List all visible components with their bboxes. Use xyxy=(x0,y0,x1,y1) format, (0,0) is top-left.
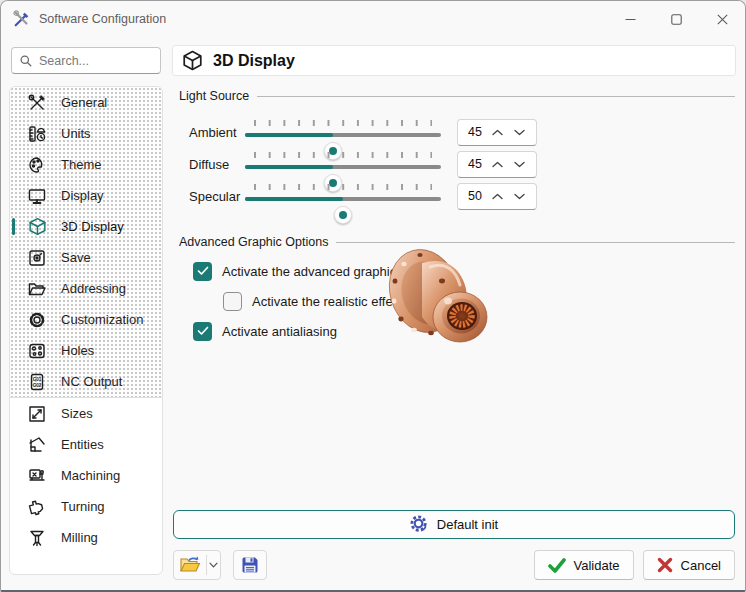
mill-tool-icon xyxy=(26,527,48,549)
lathe-part-icon xyxy=(26,496,48,518)
ambient-slider[interactable] xyxy=(245,117,441,147)
sidebar-item-label: Units xyxy=(61,126,91,141)
gear-icon xyxy=(26,309,48,331)
spin-up-icon[interactable] xyxy=(486,193,508,200)
spin-down-icon[interactable] xyxy=(508,129,530,136)
sidebar-item-machining[interactable]: Machining xyxy=(10,460,162,491)
ambient-spinbox[interactable]: 45 xyxy=(457,119,537,146)
init-gear-icon xyxy=(410,515,429,534)
sidebar-item-milling[interactable]: Milling xyxy=(10,522,162,553)
close-button[interactable] xyxy=(699,1,745,37)
checkbox-checked[interactable] xyxy=(193,322,212,341)
checkbox-row-antialiasing[interactable]: Activate antialiasing xyxy=(193,319,337,343)
sidebar-item-customization[interactable]: Customization xyxy=(10,304,162,335)
section-label: Light Source xyxy=(179,89,249,103)
sidebar-item-label: Milling xyxy=(61,530,98,545)
main-panel: 3D Display Light Source Ambient 45 Diffu… xyxy=(172,45,736,585)
slider-track[interactable] xyxy=(245,197,441,201)
sidebar-item-holes[interactable]: Holes xyxy=(10,335,162,366)
panel-header: 3D Display xyxy=(172,45,736,76)
section-rule xyxy=(257,96,735,97)
spin-up-icon[interactable] xyxy=(486,161,508,168)
machine-icon xyxy=(26,465,48,487)
palette-icon xyxy=(26,154,48,176)
sidebar-item-save[interactable]: Save xyxy=(10,242,162,273)
sidebar-item-label: NC Output xyxy=(61,374,122,389)
floppy-icon xyxy=(240,555,260,575)
slider-ticks xyxy=(254,152,432,158)
slider-ticks xyxy=(254,184,432,190)
sidebar-item-label: Theme xyxy=(61,157,101,172)
specular-slider[interactable] xyxy=(245,181,441,211)
checkbox-label: Activate antialiasing xyxy=(222,324,337,339)
sidebar-item-label: Addressing xyxy=(61,281,126,296)
monitor-icon xyxy=(26,185,48,207)
checkbox-label: Activate the advanced graphics xyxy=(222,264,403,279)
spin-down-icon[interactable] xyxy=(508,193,530,200)
checkbox-checked[interactable] xyxy=(193,262,212,281)
open-dropdown-chevron-icon[interactable] xyxy=(206,555,220,575)
diffuse-spinbox[interactable]: 45 xyxy=(457,151,537,178)
open-folder-icon[interactable] xyxy=(174,555,206,575)
holes-plate-icon xyxy=(26,340,48,362)
maximize-button[interactable] xyxy=(653,1,699,37)
window-title: Software Configuration xyxy=(39,12,166,26)
slider-label: Specular xyxy=(189,189,245,204)
spin-down-icon[interactable] xyxy=(508,161,530,168)
sidebar-item-display[interactable]: Display xyxy=(10,180,162,211)
slider-track[interactable] xyxy=(245,133,441,137)
slider-ticks xyxy=(254,120,432,126)
slider-label: Ambient xyxy=(189,125,245,140)
diagonal-arrow-icon xyxy=(26,403,48,425)
sidebar-item-general[interactable]: General xyxy=(10,87,162,118)
checkbox-row-advanced-graphics[interactable]: Activate the advanced graphics xyxy=(193,259,403,283)
sidebar-group-geometry: Sizes Entities Machining Turning xyxy=(10,398,162,553)
spin-up-icon[interactable] xyxy=(486,129,508,136)
cancel-button[interactable]: Cancel xyxy=(643,550,735,580)
spin-value: 45 xyxy=(468,125,486,139)
section-label: Advanced Graphic Options xyxy=(179,235,328,249)
checkbox-row-realistic-effects[interactable]: Activate the realistic effects xyxy=(223,289,409,313)
sidebar-item-label: Sizes xyxy=(61,406,93,421)
sidebar-item-turning[interactable]: Turning xyxy=(10,491,162,522)
selection-indicator xyxy=(12,218,15,235)
sidebar-item-entities[interactable]: Entities xyxy=(10,429,162,460)
copper-flange-preview-image xyxy=(386,245,490,353)
slider-row-specular: Specular 50 xyxy=(172,179,537,213)
default-init-button[interactable]: Default init xyxy=(173,510,735,539)
sidebar-item-label: Holes xyxy=(61,343,94,358)
svg-text:G02: G02 xyxy=(33,382,42,387)
drafting-icon xyxy=(26,434,48,456)
sidebar-item-addressing[interactable]: Addressing xyxy=(10,273,162,304)
floppy-gear-icon xyxy=(26,247,48,269)
sidebar-item-label: Turning xyxy=(61,499,105,514)
spin-value: 45 xyxy=(468,157,486,171)
sidebar-item-nc-output[interactable]: G01 G02 NC Output xyxy=(10,366,162,397)
gcode-doc-icon: G01 G02 xyxy=(26,371,48,393)
light-source-section-title: Light Source xyxy=(179,89,735,103)
sidebar-item-sizes[interactable]: Sizes xyxy=(10,398,162,429)
save-file-button[interactable] xyxy=(233,550,267,580)
sidebar-item-label: 3D Display xyxy=(61,219,124,234)
slider-thumb[interactable] xyxy=(334,206,352,224)
sidebar: General Units Theme Display xyxy=(9,86,163,575)
diffuse-slider[interactable] xyxy=(245,149,441,179)
sidebar-item-units[interactable]: Units xyxy=(10,118,162,149)
search-icon xyxy=(20,54,32,68)
minimize-button[interactable] xyxy=(607,1,653,37)
bottom-action-row: Validate Cancel xyxy=(173,549,735,581)
specular-spinbox[interactable]: 50 xyxy=(457,183,537,210)
validate-button[interactable]: Validate xyxy=(534,550,634,580)
search-input[interactable] xyxy=(39,54,152,68)
x-icon xyxy=(657,557,673,573)
open-file-split-button[interactable] xyxy=(173,550,221,580)
search-box[interactable] xyxy=(11,47,161,74)
validate-label: Validate xyxy=(574,558,620,573)
sidebar-item-label: Machining xyxy=(61,468,120,483)
checkbox-unchecked[interactable] xyxy=(223,292,242,311)
sidebar-item-3d-display[interactable]: 3D Display xyxy=(10,211,162,242)
page-title: 3D Display xyxy=(213,52,295,70)
slider-track[interactable] xyxy=(245,165,441,169)
default-init-label: Default init xyxy=(437,517,498,532)
sidebar-item-theme[interactable]: Theme xyxy=(10,149,162,180)
